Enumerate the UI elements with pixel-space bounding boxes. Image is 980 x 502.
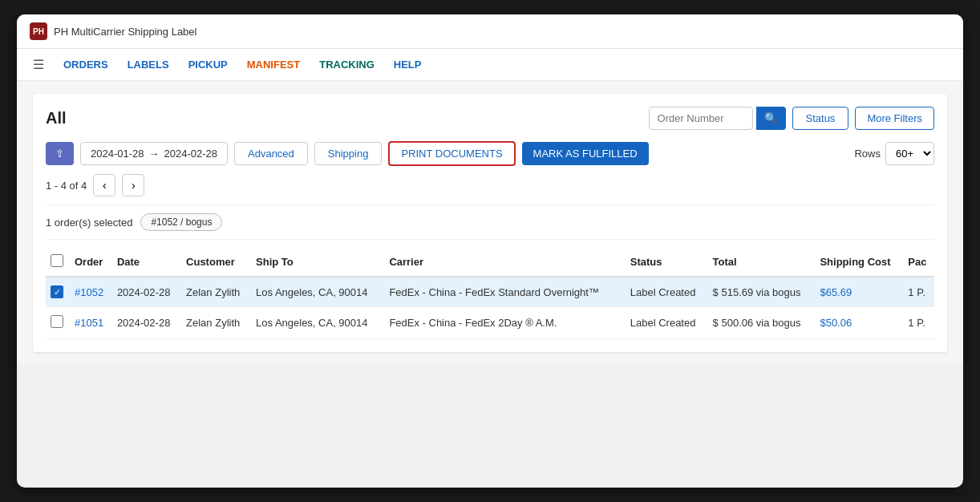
row-checkbox-cell: ✓ <box>46 277 70 307</box>
main-window: PH PH MultiCarrier Shipping Label ☰ ORDE… <box>17 14 963 488</box>
col-ship-to: Ship To <box>251 248 384 277</box>
arrow-icon: → <box>149 148 160 160</box>
order-tag[interactable]: #1052 / bogus <box>140 213 222 231</box>
select-all-checkbox[interactable] <box>51 254 63 267</box>
row-customer: Zelan Zylith <box>181 307 251 339</box>
row-status: Label Created <box>626 307 708 339</box>
row-carrier: FedEx - China - FedEx Standard Overnight… <box>384 277 625 307</box>
order-number-input[interactable] <box>649 107 753 130</box>
col-total: Total <box>708 248 816 277</box>
nav-manifest[interactable]: MANIFEST <box>247 59 300 71</box>
select-all-header <box>46 248 70 277</box>
nav-pickup[interactable]: PICKUP <box>188 59 228 71</box>
col-shipping-cost: Shipping Cost <box>815 248 903 277</box>
table-row: #1051 2024-02-28 Zelan Zylith Los Angele… <box>46 307 934 339</box>
date-end-label: 2024-02-28 <box>164 148 218 160</box>
print-documents-button[interactable]: PRINT DOCUMENTS <box>388 141 515 166</box>
row-pac: 1 P. <box>903 307 934 339</box>
upload-button[interactable]: ⇧ <box>46 142 74 165</box>
row-customer: Zelan Zylith <box>181 277 251 307</box>
search-icon: 🔍 <box>764 112 778 124</box>
nav-bar: ☰ ORDERS LABELS PICKUP MANIFEST TRACKING… <box>17 49 963 81</box>
row-carrier: FedEx - China - FedEx 2Day ® A.M. <box>384 307 625 339</box>
row-ship-to: Los Angeles, CA, 90014 <box>251 307 384 339</box>
nav-help[interactable]: HELP <box>394 59 422 71</box>
mark-fulfilled-button[interactable]: MARK AS FULFILLED <box>522 142 649 165</box>
app-title: PH MultiCarrier Shipping Label <box>54 26 196 38</box>
row-pac: 1 P. <box>903 277 934 307</box>
upload-icon: ⇧ <box>55 148 64 160</box>
col-date: Date <box>112 248 181 277</box>
nav-tracking[interactable]: TRACKING <box>319 59 375 71</box>
table-body: ✓ #1052 2024-02-28 Zelan Zylith Los Ange… <box>46 277 934 339</box>
row-checkbox-cell <box>46 307 70 339</box>
row-total: $ 500.06 via bogus <box>708 307 816 339</box>
col-customer: Customer <box>181 248 251 277</box>
table-header: Order Date Customer Ship To Carrier Stat… <box>46 248 934 277</box>
main-content: All 🔍 Status More Filters ⇧ 2024-01-28 <box>17 81 963 365</box>
row-ship-to: Los Angeles, CA, 90014 <box>251 277 384 307</box>
row-status: Label Created <box>626 277 708 307</box>
orders-panel: All 🔍 Status More Filters ⇧ 2024-01-28 <box>33 94 947 352</box>
app-logo: PH <box>30 22 47 40</box>
col-carrier: Carrier <box>384 248 625 277</box>
row-date: 2024-02-28 <box>112 307 181 339</box>
page-title: All <box>46 109 67 128</box>
date-range-button[interactable]: 2024-01-28 → 2024-02-28 <box>80 142 228 165</box>
hamburger-icon[interactable]: ☰ <box>33 57 44 72</box>
col-status: Status <box>626 248 708 277</box>
rows-label-text: Rows <box>854 148 881 160</box>
more-filters-button[interactable]: More Filters <box>855 107 934 130</box>
nav-labels[interactable]: LABELS <box>128 59 169 71</box>
selection-row: 1 order(s) selected #1052 / bogus <box>46 204 934 240</box>
orders-table: Order Date Customer Ship To Carrier Stat… <box>46 248 934 339</box>
row-checkbox[interactable] <box>51 315 63 328</box>
row-shipping-cost: $50.06 <box>815 307 903 339</box>
advanced-button[interactable]: Advanced <box>234 142 308 165</box>
search-button[interactable]: 🔍 <box>756 107 786 130</box>
table-row: ✓ #1052 2024-02-28 Zelan Zylith Los Ange… <box>46 277 934 307</box>
pagination-summary: 1 - 4 of 4 <box>46 180 87 192</box>
selection-text: 1 order(s) selected <box>46 217 132 229</box>
title-bar: PH PH MultiCarrier Shipping Label <box>17 14 963 49</box>
panel-header: All 🔍 Status More Filters <box>46 107 934 130</box>
row-checkbox-checked[interactable]: ✓ <box>51 285 63 298</box>
pagination-row: 1 - 4 of 4 ‹ › <box>46 174 934 196</box>
order-link[interactable]: #1052 <box>75 286 103 298</box>
next-page-button[interactable]: › <box>122 174 144 196</box>
row-shipping-cost: $65.69 <box>815 277 903 307</box>
rows-select[interactable]: 60+ <box>885 142 934 165</box>
toolbar: ⇧ 2024-01-28 → 2024-02-28 Advanced Shipp… <box>46 141 934 166</box>
row-date: 2024-02-28 <box>112 277 181 307</box>
col-order: Order <box>70 248 112 277</box>
filter-row: 🔍 Status More Filters <box>649 107 934 130</box>
order-link[interactable]: #1051 <box>75 317 103 329</box>
status-button[interactable]: Status <box>792 107 849 130</box>
row-order: #1051 <box>70 307 112 339</box>
prev-page-button[interactable]: ‹ <box>93 174 115 196</box>
nav-orders[interactable]: ORDERS <box>63 59 108 71</box>
col-pac: Pac <box>903 248 934 277</box>
row-order: #1052 <box>70 277 112 307</box>
row-total: $ 515.69 via bogus <box>708 277 816 307</box>
date-start-label: 2024-01-28 <box>91 148 144 160</box>
shipping-button[interactable]: Shipping <box>314 142 383 165</box>
rows-selector: Rows 60+ <box>854 142 934 165</box>
